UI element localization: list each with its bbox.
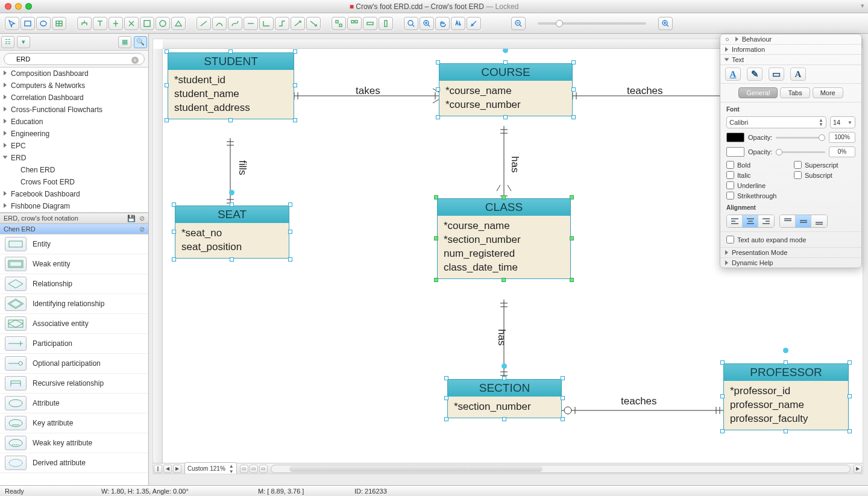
tab-tabs[interactable]: Tabs bbox=[780, 87, 810, 98]
ellipse-tool[interactable] bbox=[36, 17, 51, 30]
zoom-readout[interactable]: Custom 121%▲▼ bbox=[184, 462, 237, 475]
stencil-item[interactable]: Entity bbox=[0, 234, 148, 254]
presentation-mode-row[interactable]: Presentation Mode bbox=[720, 248, 861, 258]
page-first-button[interactable]: ◀ bbox=[163, 465, 172, 473]
stencil-item[interactable]: Participation bbox=[0, 334, 148, 354]
entity-course[interactable]: COURSE*course_name*course_number bbox=[439, 63, 573, 116]
stencil-item[interactable]: Attribute bbox=[0, 394, 148, 413]
underline-color-icon[interactable]: A bbox=[725, 67, 741, 81]
bg-opacity-slider[interactable] bbox=[776, 151, 825, 153]
library-tree-icon[interactable]: ☷ bbox=[1, 36, 14, 48]
stencil-list[interactable]: EntityWeak entityRelationshipIdentifying… bbox=[0, 234, 148, 485]
stencil-item[interactable]: Associative entity bbox=[0, 314, 148, 334]
conn8[interactable] bbox=[306, 17, 321, 30]
zoom-out-button[interactable] bbox=[511, 17, 526, 30]
inspector-text-row[interactable]: Text bbox=[720, 55, 861, 65]
font-size-select[interactable]: 14▼ bbox=[830, 116, 855, 128]
bg-color-swatch[interactable] bbox=[726, 147, 744, 157]
library-search-icon[interactable]: 🔍 bbox=[134, 36, 147, 48]
save-icon[interactable]: 💾 bbox=[127, 215, 136, 222]
close-icon[interactable]: ⊘ bbox=[139, 225, 145, 233]
library-grid-icon[interactable]: ▦ bbox=[118, 36, 131, 48]
font-family-select[interactable]: Calibri▲▼ bbox=[726, 116, 826, 128]
tree-item[interactable]: EPC bbox=[0, 140, 148, 152]
strikethrough-checkbox[interactable]: Strikethrough bbox=[726, 192, 788, 199]
fill-icon[interactable]: ▭ bbox=[769, 67, 784, 81]
table-tool[interactable] bbox=[52, 17, 66, 30]
underline-checkbox[interactable]: Underline bbox=[726, 181, 788, 189]
zoom-in-button[interactable] bbox=[658, 17, 673, 30]
conn1[interactable] bbox=[197, 17, 211, 30]
conn5[interactable] bbox=[259, 17, 274, 30]
search-clear-icon[interactable]: × bbox=[131, 57, 139, 64]
page-prev-button[interactable]: ‖ bbox=[154, 465, 162, 473]
tree-item[interactable]: Chen ERD bbox=[0, 164, 148, 176]
stencil-section-chen[interactable]: Chen ERD ⊘ bbox=[0, 224, 148, 234]
subscript-checkbox[interactable]: Subscript bbox=[794, 171, 855, 179]
valign-bottom[interactable] bbox=[811, 215, 827, 227]
horizontal-scrollbar[interactable] bbox=[271, 465, 851, 473]
tree7-tool[interactable] bbox=[171, 17, 186, 30]
zoomfit-tool[interactable] bbox=[404, 17, 418, 30]
align3[interactable] bbox=[363, 17, 377, 30]
conn3[interactable] bbox=[228, 17, 242, 30]
align-center[interactable] bbox=[743, 215, 758, 227]
tree6-tool[interactable] bbox=[156, 17, 170, 30]
view-mode2[interactable]: ▭ bbox=[250, 465, 258, 473]
entity-student[interactable]: STUDENT*student_idstudent_namestudent_ad… bbox=[168, 52, 294, 119]
tree-item[interactable]: Computers & Networks bbox=[0, 80, 148, 92]
stencil-item[interactable]: Identifying relationship bbox=[0, 294, 148, 314]
inspector-behaviour-row[interactable]: ○Behaviour bbox=[720, 34, 861, 45]
align-left[interactable] bbox=[727, 215, 743, 227]
tree-item[interactable]: Fishbone Diagram bbox=[0, 200, 148, 212]
entity-section[interactable]: SECTION*section_number bbox=[447, 379, 562, 418]
edit-tool[interactable] bbox=[467, 17, 481, 30]
align-right[interactable] bbox=[758, 215, 774, 227]
align4[interactable] bbox=[379, 17, 393, 30]
rectangle-tool[interactable] bbox=[20, 17, 35, 30]
tree-item[interactable]: Cross-Functional Flowcharts bbox=[0, 104, 148, 116]
tree-item[interactable]: Composition Dashboard bbox=[0, 67, 148, 80]
italic-checkbox[interactable]: Italic bbox=[726, 171, 788, 179]
scroll-right-button[interactable]: ▶ bbox=[854, 465, 862, 473]
stencil-item[interactable]: Weak entity bbox=[0, 254, 148, 274]
zoom-slider[interactable] bbox=[538, 22, 646, 25]
stencil-item[interactable]: Weak key attribute bbox=[0, 433, 148, 453]
text-color-swatch[interactable] bbox=[726, 133, 744, 142]
stencil-item[interactable]: Optional participation bbox=[0, 354, 148, 374]
font-icon[interactable]: A bbox=[790, 67, 806, 81]
tab-general[interactable]: General bbox=[738, 87, 778, 98]
tab-more[interactable]: More bbox=[813, 87, 843, 98]
tree1-tool[interactable] bbox=[77, 17, 92, 30]
stencil-item[interactable]: Recursive relationship bbox=[0, 374, 148, 394]
dynamic-help-row[interactable]: Dynamic Help bbox=[720, 258, 861, 268]
conn2[interactable] bbox=[212, 17, 227, 30]
align2[interactable] bbox=[347, 17, 362, 30]
stencil-item[interactable]: Key attribute bbox=[0, 413, 148, 433]
stencil-section-crowsfoot[interactable]: ERD, crow's foot notation 💾⊘ bbox=[0, 213, 148, 224]
bold-checkbox[interactable]: Bold bbox=[726, 161, 788, 169]
highlight-icon[interactable]: ✎ bbox=[747, 67, 763, 81]
valign-top[interactable] bbox=[780, 215, 796, 227]
hand-tool[interactable] bbox=[435, 17, 450, 30]
stencil-item[interactable]: Relationship bbox=[0, 274, 148, 294]
tree3-tool[interactable] bbox=[108, 17, 123, 30]
conn6[interactable] bbox=[275, 17, 289, 30]
auto-expand-checkbox[interactable]: Text auto expand mode bbox=[726, 236, 855, 243]
spell-tool[interactable] bbox=[451, 17, 465, 30]
tree-item[interactable]: Facebook Dashboard bbox=[0, 188, 148, 200]
view-mode3[interactable]: ▭ bbox=[259, 465, 268, 473]
entity-professor[interactable]: PROFESSOR*professor_idprofessor_nameprof… bbox=[723, 363, 849, 430]
valign-middle[interactable] bbox=[796, 215, 811, 227]
bg-opacity-value[interactable]: 0% bbox=[829, 146, 855, 157]
titlebar-overflow-icon[interactable]: ▾ bbox=[861, 2, 864, 10]
library-expand-icon[interactable]: ▾ bbox=[17, 36, 30, 48]
stencil-item[interactable]: Derived attribute bbox=[0, 453, 148, 473]
tree5-tool[interactable] bbox=[140, 17, 154, 30]
solutions-tree[interactable]: Composition DashboardComputers & Network… bbox=[0, 67, 148, 213]
search-input[interactable] bbox=[4, 53, 145, 65]
superscript-checkbox[interactable]: Superscript bbox=[794, 161, 855, 169]
inspector-information-row[interactable]: Information bbox=[720, 45, 861, 55]
entity-class[interactable]: CLASS*course_name*section_numbernum_regi… bbox=[437, 198, 571, 279]
conn7[interactable] bbox=[291, 17, 305, 30]
